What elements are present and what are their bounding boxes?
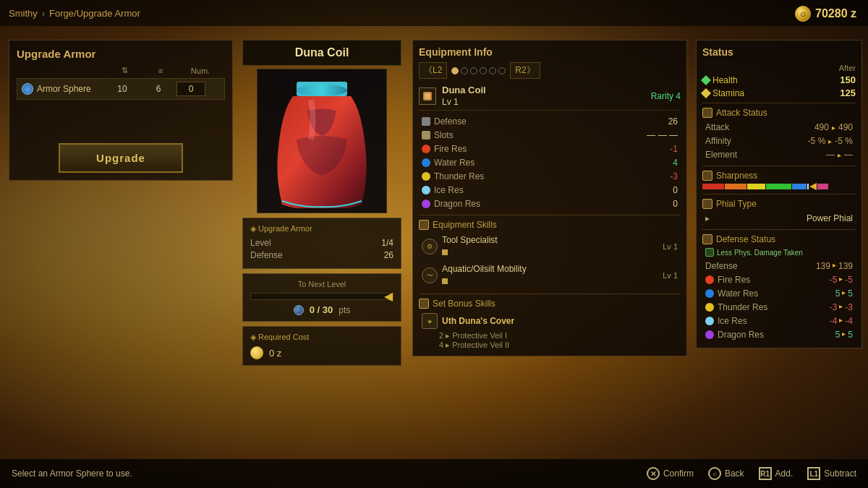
slots-icon [422,131,430,140]
stamina-label: Stamina [702,88,744,98]
sphere-small-icon [294,305,304,315]
currency-amount: 70280 z [815,7,856,20]
equipment-info-panel: Equipment Info 《L2 R2》 Duna Coil Lv 1 Ra… [412,40,687,356]
set-bonus-divider [419,294,681,294]
water-res-stat-label: Water Res [422,158,475,168]
water-res-stat-row: Water Res 4 [419,156,681,169]
sharp-seg-blue [792,184,807,189]
nav-dot-6 [498,67,506,74]
breadcrumb-current: Forge/Upgrade Armor [49,8,140,19]
nav-dot-1 [451,67,459,74]
dragon-icon [422,200,430,208]
health-value: 150 [840,74,856,85]
defense-row: Defense 26 [250,250,393,260]
def-status-title: Defense Status [702,234,856,244]
set-bonus-section-title: Set Bonus Skills [419,299,681,309]
dragon-res-stat-row: Dragon Res 0 [419,197,681,210]
set-bonus-icon: ◈ [422,313,438,329]
equip-item-icon [419,87,436,105]
def-dragon-label: Dragon Res [705,330,764,340]
set-bonus-row: ◈ Uth Duna's Cover [419,312,681,330]
phial-row: ▸ Power Phial [702,212,856,225]
sharpness-bar [702,184,856,189]
num-label: Num. [179,67,222,75]
slots-stat-val: — — — [647,130,678,140]
skill-row-2: 〜 Aquatic/Oilsilt Mobility Lv 1 [419,262,681,289]
defense-bonus-icon [705,248,714,257]
thunder-res-stat-row: Thunder Res -3 [419,170,681,183]
skill-name-1: Tool Specialist [442,235,498,245]
level-val: 1/4 [381,238,393,248]
confirm-btn-icon: ✕ [647,467,660,480]
btn-subtract-hint: L1 Subtract [807,467,856,480]
equip-item-row: Duna Coil Lv 1 Rarity 4 [419,85,681,111]
skill-gem-1 [442,249,448,255]
sharpness-marker [809,183,817,190]
def-thunder-icon [705,303,714,312]
status-panel: Status After Health 150 Stamina 125 Atta… [696,40,862,348]
to-next-title: To Next Level [250,280,393,288]
dragon-res-stat-label: Dragon Res [422,199,480,209]
health-row: Health 150 [702,74,856,85]
nav-dot-5 [489,67,496,74]
add-btn-icon: R1 [759,467,772,480]
defense-stat-row: Defense 26 [419,115,681,128]
attack-stat-vals: 490 ▸ 490 [814,122,853,132]
nav-right-button[interactable]: R2》 [510,62,540,79]
nav-dot-3 [470,67,477,74]
dragon-res-stat-val: 0 [673,199,678,209]
upgrade-defense-label: Defense [250,250,283,260]
attack-section-title: Attack Status [702,108,856,118]
phial-section-title: Phial Type [702,199,856,209]
sharp-seg-yellow [747,184,765,189]
equip-item-lv: Lv 1 [442,97,486,107]
defense-bonus-row: Less Phys. Damage Taken [702,247,856,257]
status-title: Status [702,46,856,58]
def-defense-label: Defense [705,261,738,271]
upgrade-armor-panel: Upgrade Armor ⇅ ≡ Num. Armor Sphere 10 6… [9,40,233,181]
affinity-stat-row: Affinity -5 % ▸ -5 % [702,134,856,147]
item-preview-name: Duna Coil [252,46,392,59]
health-label: Health [702,75,738,85]
upgrade-defense-val: 26 [384,250,393,260]
skill-row-1: ⚙ Tool Specialist Lv 1 [419,233,681,260]
item-preview-area: Duna Coil [242,40,401,366]
upgrade-button[interactable]: Upgrade [59,143,183,173]
cost-row: 0 z [250,346,393,359]
progress-bar [250,293,393,300]
def-dragon-vals: 5 ▸ 5 [835,330,853,340]
sharp-seg-purple [817,184,828,189]
ice-res-stat-label: Ice Res [422,185,464,195]
thunder-icon [422,172,430,181]
subtract-btn-icon: L1 [807,467,820,480]
equip-item-name: Duna Coil [442,85,486,95]
phial-val: Power Phial [807,213,853,223]
material-num-input[interactable]: 0 [176,82,205,96]
attack-section-icon [702,108,712,118]
attack-arrow: ▸ [832,124,835,132]
breadcrumb-separator: › [42,8,45,19]
btn-confirm-hint: ✕ Confirm [647,467,694,480]
ice-res-stat-val: 0 [673,185,678,195]
def-thunder-row: Thunder Res -3 ▸ -3 [702,301,856,314]
def-defense-vals: 139 ▸ 139 [816,261,853,271]
material-header: ⇅ ≡ Num. [17,66,225,75]
health-diamond-icon [701,74,711,85]
after-label: After [702,64,856,72]
skill-name-2: Aquatic/Oilsilt Mobility [442,264,527,274]
element-stat-row: Element — ▸ — [702,148,856,161]
def-defense-row: Defense 139 ▸ 139 [702,260,856,273]
defense-stat-val: 26 [668,116,678,127]
skill-info-2: Aquatic/Oilsilt Mobility [442,264,527,287]
def-status-divider [702,229,856,230]
nav-dots [451,67,506,74]
material-row[interactable]: Armor Sphere 10 6 0 [17,78,225,100]
set-bonus-section-icon [419,299,429,309]
nav-left-button[interactable]: 《L2 [419,62,447,79]
element-stat-label: Element [705,150,737,160]
cost-coin-icon [250,346,263,359]
skill-icon-1: ⚙ [422,239,438,254]
phial-arrow-label: ▸ [705,213,710,223]
ice-res-stat-row: Ice Res 0 [419,184,681,197]
def-ice-label: Ice Res [705,316,747,326]
